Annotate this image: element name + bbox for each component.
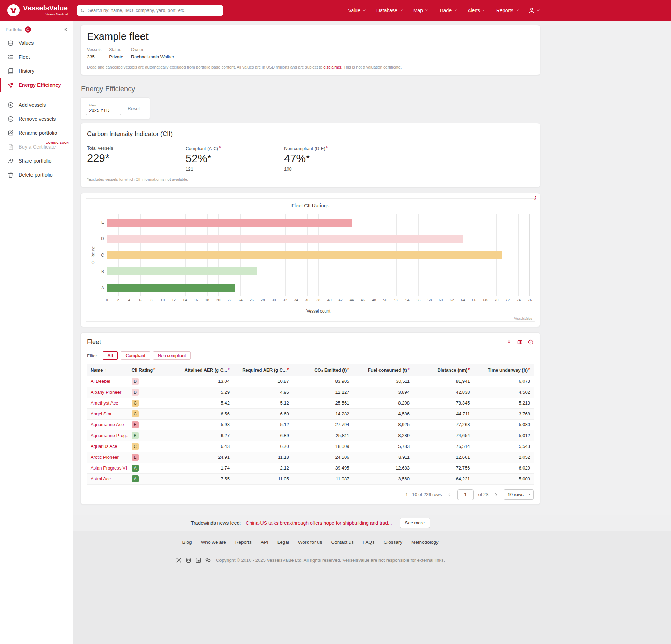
vessel-link[interactable]: Aquamarine Prog... <box>91 433 128 438</box>
sidebar-item-buy-a-certificate[interactable]: Buy a CertificateCOMING SOON <box>0 140 73 154</box>
info-icon[interactable] <box>528 339 534 345</box>
filter-compliant[interactable]: Compliant <box>121 351 150 360</box>
brand-name: VesselsValue <box>23 5 68 12</box>
vessel-link[interactable]: Albany Pioneer <box>91 389 121 395</box>
table-body: Al DeebelD13.0410.8783,90530,51181,9416,… <box>87 376 534 484</box>
sidebar-item-history[interactable]: History <box>0 64 73 78</box>
vessel-link[interactable]: Amethyst Ace <box>91 400 118 406</box>
nav-value[interactable]: Value <box>348 8 366 13</box>
footer-link-faqs[interactable]: FAQs <box>363 539 375 545</box>
column-header-required-aer-g-c[interactable]: Required AER (g C...e <box>233 364 293 376</box>
cii-rating-badge: C <box>132 400 139 407</box>
brand-logo[interactable]: VesselsValue Veson Nautical <box>7 4 68 17</box>
x-tick-label: 64 <box>461 298 465 302</box>
cell-value: 11,087 <box>293 473 353 484</box>
vessel-link[interactable]: Arctic Pioneer <box>91 455 119 460</box>
linkedin-icon[interactable] <box>195 557 201 563</box>
filter-all[interactable]: All <box>103 351 118 360</box>
cii-bar-e[interactable] <box>107 219 352 227</box>
vessel-link[interactable]: Al Deebel <box>91 379 110 384</box>
app-root: VesselsValue Veson Nautical ValueDatabas… <box>0 0 671 644</box>
brand-text: VesselsValue Veson Nautical <box>23 5 68 16</box>
reset-button[interactable]: Reset <box>128 106 140 111</box>
footer-link-api[interactable]: API <box>261 539 268 545</box>
user-menu[interactable] <box>528 7 540 14</box>
global-search[interactable] <box>77 5 223 16</box>
footer-link-methodology[interactable]: Methodology <box>411 539 438 545</box>
x-tick-label: 42 <box>339 298 343 302</box>
chart-bar-row <box>107 231 529 247</box>
wechat-icon[interactable] <box>205 557 211 563</box>
column-header-fuel-consumed-t[interactable]: Fuel consumed (t)e <box>353 364 413 376</box>
nav-label: Map <box>413 8 423 13</box>
footer-link-work-for-us[interactable]: Work for us <box>298 539 322 545</box>
download-icon[interactable] <box>506 339 512 345</box>
disclaimer-link[interactable]: disclaimer <box>323 65 341 69</box>
cii-bar-d[interactable] <box>107 235 463 243</box>
search-input[interactable] <box>88 8 219 13</box>
cii-bar-c[interactable] <box>107 251 502 259</box>
see-more-button[interactable]: See more <box>400 518 430 528</box>
page-size-select[interactable]: 10 rows <box>504 489 534 500</box>
news-headline-link[interactable]: China-US talks breakthrough offers hope … <box>246 520 392 526</box>
view-controls-card: View: 2025 YTD Reset <box>80 97 150 120</box>
table-row: Aquarius AceC6.436.7018,0095,78376,5145,… <box>87 441 534 452</box>
x-tick-label: 68 <box>483 298 488 302</box>
column-header-cii-rating[interactable]: CII Ratinge <box>128 364 173 376</box>
footer-link-blog[interactable]: Blog <box>182 539 192 545</box>
column-header-distance-nm[interactable]: Distance (nm)e <box>413 364 474 376</box>
cell-value: 6.27 <box>173 430 233 441</box>
vessel-link[interactable]: Astral Ace <box>91 476 111 481</box>
nav-map[interactable]: Map <box>413 8 428 13</box>
sidebar-item-energy-efficiency[interactable]: Energy Efficiency <box>0 78 73 92</box>
sidebar-item-values[interactable]: Values <box>0 36 73 50</box>
sidebar-item-delete-portfolio[interactable]: Delete portfolio <box>0 168 73 182</box>
instagram-icon[interactable] <box>186 557 192 563</box>
nav-reports[interactable]: Reports <box>496 8 519 13</box>
table-row: Aquamarine Prog...B6.276.8925,8118,28974… <box>87 430 534 441</box>
sidebar-item-add-vessels[interactable]: Add vessels <box>0 98 73 112</box>
cii-bar-a[interactable] <box>107 284 235 292</box>
x-icon[interactable] <box>176 557 182 563</box>
page-input[interactable] <box>457 489 474 500</box>
footer-link-reports[interactable]: Reports <box>235 539 252 545</box>
column-header-time-underway-h[interactable]: Time underway (h)e <box>473 364 534 376</box>
column-header-name[interactable]: Name↑ <box>87 364 128 376</box>
vessel-link[interactable]: Aquamarine Ace <box>91 422 124 427</box>
sidebar-item-rename-portfolio[interactable]: Rename portfolio <box>0 126 73 140</box>
cell-value: 25,561 <box>293 398 353 408</box>
content-column: Example fleet Vessels235StatusPrivateOwn… <box>73 21 671 644</box>
footer-link-legal[interactable]: Legal <box>277 539 289 545</box>
sidebar-item-remove-vessels[interactable]: Remove vessels <box>0 112 73 126</box>
vessel-link[interactable]: Asian Progress VI <box>91 465 127 471</box>
footer-link-contact-us[interactable]: Contact us <box>331 539 354 545</box>
sidebar-collapse-button[interactable] <box>63 27 68 32</box>
table-row: Astral AceA7.5511.0511,0873,56064,2215,0… <box>87 473 534 484</box>
nav-alerts[interactable]: Alerts <box>468 8 486 13</box>
nav-trade[interactable]: Trade <box>439 8 457 13</box>
nav-database[interactable]: Database <box>376 8 403 13</box>
vessel-link[interactable]: Aquarius Ace <box>91 444 117 449</box>
cell-value: 74,654 <box>413 430 474 441</box>
portfolio-sidebar: Portfolio ValuesFleetHistoryEnergy Effic… <box>0 21 73 644</box>
column-header-co-emitted-t[interactable]: CO₂ Emitted (t)e <box>293 364 353 376</box>
cell-value: 11.18 <box>233 452 293 463</box>
x-tick-label: 52 <box>394 298 398 302</box>
footer-link-who-we-are[interactable]: Who we are <box>201 539 226 545</box>
sidebar-item-share-portfolio[interactable]: Share portfolio <box>0 154 73 168</box>
view-select[interactable]: View: 2025 YTD <box>86 102 121 115</box>
next-page-button[interactable] <box>493 492 499 498</box>
sidebar-item-fleet[interactable]: Fleet <box>0 50 73 64</box>
fleet-table: Name↑CII RatingeAttained AER (g C...eReq… <box>87 364 534 484</box>
footer-link-glossary[interactable]: Glossary <box>384 539 402 545</box>
vessel-link[interactable]: Angel Star <box>91 411 112 416</box>
footer-links: BlogWho we areReportsAPILegalWork for us… <box>73 539 547 545</box>
filter-non-compliant[interactable]: Non compliant <box>153 351 191 360</box>
columns-icon[interactable] <box>517 339 523 345</box>
copyright-text: Copyright © 2010 - 2025 VesselsValue Ltd… <box>216 558 445 563</box>
cii-stat-non-compliant-d-e: Non compliant (D-E)e47%*108 <box>284 145 383 172</box>
nav-label: Database <box>376 8 397 13</box>
cii-bar-b[interactable] <box>107 267 257 275</box>
prev-page-button[interactable] <box>447 492 453 498</box>
column-header-attained-aer-g-c[interactable]: Attained AER (g C...e <box>173 364 233 376</box>
